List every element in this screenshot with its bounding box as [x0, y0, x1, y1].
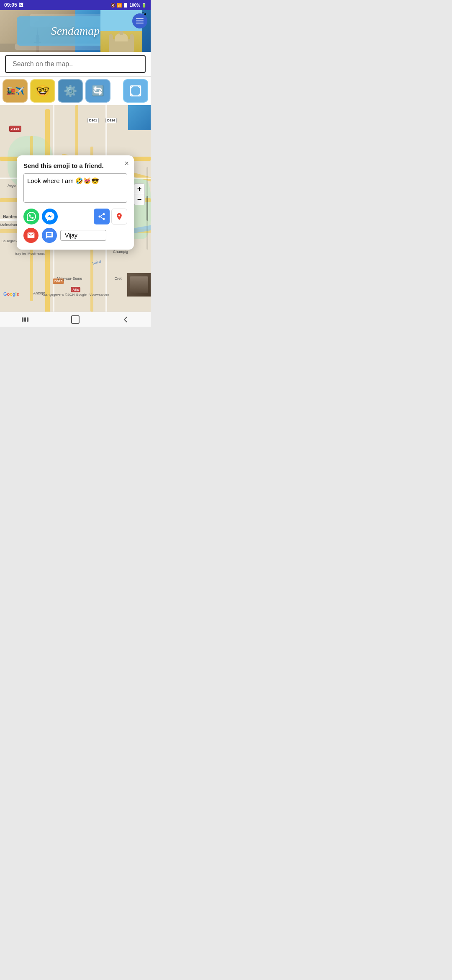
whatsapp-share-button[interactable]: [23, 209, 39, 224]
settings-wheel-button[interactable]: ⚙️: [58, 79, 83, 103]
message-textarea[interactable]: Look where I am 🤣😻😎: [23, 173, 127, 203]
refresh-button[interactable]: 🔄: [85, 79, 110, 103]
modal-close-button[interactable]: ×: [124, 160, 129, 167]
toolbar: 🚂✈️ 🤓 ⚙️ 🔄: [0, 77, 151, 105]
modal-actions: [23, 209, 127, 224]
map-area[interactable]: A115 D301 D316 E15 D920 A6a Argen Nanter…: [0, 105, 151, 312]
svg-rect-5: [22, 317, 23, 322]
search-container: [0, 52, 151, 77]
modal-overlay: × Send this emoji to a friend. Look wher…: [0, 105, 151, 312]
svg-rect-8: [72, 316, 79, 323]
gmail-share-button[interactable]: [23, 228, 39, 243]
nav-back-button[interactable]: [115, 314, 136, 325]
name-input[interactable]: [60, 230, 106, 241]
nerd-emoji-icon: 🤓: [36, 85, 49, 98]
battery-display: 100%: [129, 3, 140, 8]
menu-line-3: [136, 23, 144, 23]
refresh-icon: 🔄: [92, 85, 104, 97]
modal-title: Send this emoji to a friend.: [23, 162, 127, 169]
status-right: 🔇 📶 ▐▌ 100% 🔋: [110, 3, 146, 8]
signal-icon: ▐▌: [123, 3, 128, 7]
messenger-share-button[interactable]: [42, 209, 58, 224]
chat-share-button[interactable]: [42, 228, 57, 243]
app-title: Sendamap: [51, 24, 100, 38]
menu-line-2: [136, 21, 144, 21]
emoji-chars-icon: 🚂✈️: [6, 86, 24, 95]
wifi-icon: 📶: [117, 3, 122, 8]
expand-button[interactable]: [123, 79, 148, 103]
svg-rect-7: [27, 317, 28, 322]
photo-icon: 🖼: [19, 3, 23, 8]
battery-icon: 🔋: [141, 3, 146, 8]
wheel-icon: ⚙️: [64, 85, 77, 98]
emoji-characters-button[interactable]: 🚂✈️: [3, 79, 28, 103]
modal-bottom-row: [23, 228, 127, 243]
bottom-nav: [0, 312, 151, 327]
silent-icon: 🔇: [110, 3, 116, 8]
maps-share-button[interactable]: [94, 209, 110, 224]
menu-line-1: [136, 18, 144, 19]
header-banner: ⛱ Sendamap: [0, 10, 151, 52]
share-icons-left: [23, 209, 58, 224]
app-container: 09:05 🖼 🔇 📶 ▐▌ 100% 🔋: [0, 0, 151, 327]
status-left: 09:05 🖼: [4, 2, 23, 8]
nav-home-button[interactable]: [65, 314, 86, 325]
emoji-face-button[interactable]: 🤓: [30, 79, 55, 103]
time-display: 09:05: [4, 2, 17, 8]
menu-button[interactable]: [132, 13, 147, 28]
expand-icon: [130, 85, 141, 97]
google-maps-button[interactable]: [111, 209, 127, 224]
search-input[interactable]: [5, 55, 146, 73]
status-bar: 09:05 🖼 🔇 📶 ▐▌ 100% 🔋: [0, 0, 151, 10]
svg-rect-6: [24, 317, 26, 322]
share-icons-right: [94, 209, 127, 224]
nav-menu-button[interactable]: [15, 314, 36, 325]
send-emoji-modal: × Send this emoji to a friend. Look wher…: [17, 155, 134, 250]
